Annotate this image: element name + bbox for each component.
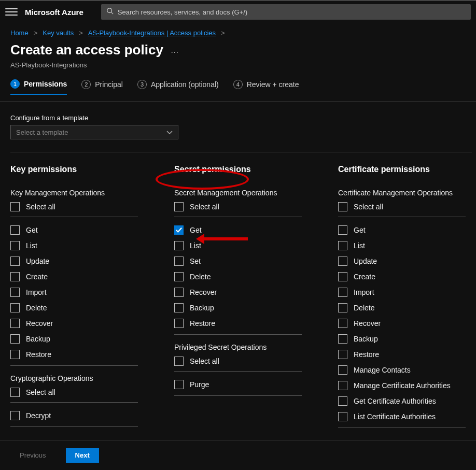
checkbox-icon (174, 241, 184, 250)
checkbox-label: Backup (26, 335, 50, 343)
checkbox-label: Decrypt (26, 411, 51, 420)
perm-checkbox[interactable]: Import (338, 284, 466, 300)
next-button[interactable]: Next (66, 448, 99, 463)
checkbox-label: Purge (190, 380, 209, 389)
perm-checkbox[interactable]: Manage Certificate Authorities (338, 378, 466, 393)
perm-column-2: Certificate permissionsCertificate Manag… (338, 165, 466, 436)
perm-checkbox[interactable]: List (338, 238, 466, 253)
checkbox-icon (338, 241, 347, 250)
perm-checkbox[interactable]: Update (10, 253, 138, 269)
wizard-step-1[interactable]: 1Permissions (10, 79, 67, 95)
perm-checkbox[interactable]: Decrypt (10, 408, 138, 423)
select-all-checkbox[interactable]: Select all (174, 353, 302, 369)
select-all-checkbox[interactable]: Select all (338, 199, 466, 215)
perm-checkbox[interactable]: Restore (338, 347, 466, 362)
perm-checkbox[interactable]: Recover (10, 316, 138, 331)
search-input[interactable] (118, 8, 466, 16)
checkbox-icon (338, 257, 347, 266)
crumb-current[interactable]: AS-Playbook-Integrations | Access polici… (88, 29, 216, 37)
perm-checkbox[interactable]: Update (338, 253, 466, 269)
perm-checkbox[interactable]: Recover (174, 284, 302, 300)
perm-checkbox[interactable]: Manage Contacts (338, 362, 466, 378)
checkbox-icon (10, 241, 20, 250)
checkbox-label: Recover (26, 319, 53, 327)
perm-checkbox[interactable]: Set (174, 253, 302, 269)
brand-label: Microsoft Azure (25, 8, 83, 17)
perm-checkbox[interactable]: Create (10, 269, 138, 284)
perm-checkbox[interactable]: Get (174, 222, 302, 238)
perm-group-items: GetListSetDeleteRecoverBackupRestore (174, 222, 302, 335)
checkbox-label: List Certificate Authorities (354, 412, 436, 421)
perm-group-title: Cryptographic Operations (10, 374, 138, 382)
crumb-sep: > (221, 29, 225, 37)
perm-checkbox[interactable]: Restore (174, 316, 302, 331)
select-all-checkbox[interactable]: Select all (10, 384, 138, 400)
perm-checkbox[interactable]: List (174, 238, 302, 253)
checkbox-label: Recover (190, 288, 217, 296)
global-search[interactable] (101, 4, 471, 20)
checkbox-icon (10, 257, 20, 266)
perm-checkbox[interactable]: List (10, 238, 138, 253)
crumb-home[interactable]: Home (10, 29, 29, 37)
checkbox-label: Restore (354, 350, 379, 359)
checkbox-icon (338, 334, 347, 344)
perm-checkbox[interactable]: List Certificate Authorities (338, 409, 466, 424)
checkbox-icon (338, 381, 347, 390)
perm-checkbox[interactable]: Recover (338, 316, 466, 331)
checkbox-icon (338, 303, 347, 312)
perm-checkbox[interactable]: Create (338, 269, 466, 284)
checkbox-icon (338, 288, 347, 297)
checkbox-icon (174, 319, 184, 328)
checkbox-label: Get (354, 226, 366, 234)
template-select[interactable]: Select a template (10, 125, 178, 139)
wizard-step-2[interactable]: 2Principal (81, 80, 123, 94)
perm-column-title: Certificate permissions (338, 165, 466, 174)
checkbox-icon (338, 365, 347, 375)
checkbox-icon (10, 272, 20, 281)
checkbox-icon (174, 257, 184, 266)
step-label: Application (optional) (151, 80, 219, 89)
perm-group-title: Key Management Operations (10, 189, 138, 197)
checkbox-label: Import (354, 288, 374, 296)
wizard-divider (0, 101, 476, 102)
perm-checkbox[interactable]: Import (10, 284, 138, 300)
checkbox-label: Backup (190, 304, 214, 312)
wizard-step-4[interactable]: 4Review + create (233, 80, 299, 94)
perm-group-items: Purge (174, 377, 302, 396)
perm-checkbox[interactable]: Restore (10, 347, 138, 362)
perm-checkbox[interactable]: Delete (174, 269, 302, 284)
step-label: Review + create (247, 80, 299, 89)
perm-column-title: Key permissions (10, 165, 138, 174)
breadcrumb: Home > Key vaults > AS-Playbook-Integrat… (0, 23, 476, 42)
checkbox-label: Recover (354, 319, 381, 327)
previous-button[interactable]: Previous (10, 448, 55, 463)
perm-checkbox[interactable]: Backup (174, 300, 302, 316)
perm-checkbox[interactable]: Purge (174, 377, 302, 392)
perm-group-title: Privileged Secret Operations (174, 343, 302, 351)
perm-checkbox[interactable]: Delete (10, 300, 138, 316)
checkbox-label: Manage Certificate Authorities (354, 381, 451, 390)
checkbox-label: Create (354, 273, 375, 281)
checkbox-label: Select all (26, 388, 55, 396)
perm-checkbox[interactable]: Get (338, 222, 466, 238)
checkbox-label: List (354, 241, 365, 250)
menu-icon[interactable] (5, 6, 18, 18)
more-icon[interactable]: … (171, 46, 180, 55)
perm-checkbox[interactable]: Get (10, 222, 138, 238)
checkbox-label: Select all (354, 203, 383, 211)
perm-checkbox[interactable]: Backup (338, 331, 466, 347)
wizard-step-3[interactable]: 3Application (optional) (137, 80, 219, 94)
perm-checkbox[interactable]: Get Certificate Authorities (338, 393, 466, 409)
select-all-checkbox[interactable]: Select all (10, 199, 138, 215)
checkbox-label: Get (190, 226, 202, 234)
checkbox-icon (174, 357, 184, 366)
checkbox-icon (174, 272, 184, 281)
step-badge: 3 (137, 80, 147, 89)
select-all-checkbox[interactable]: Select all (174, 199, 302, 215)
crumb-keyvaults[interactable]: Key vaults (43, 29, 74, 37)
checkbox-label: Delete (190, 273, 211, 281)
perm-checkbox[interactable]: Backup (10, 331, 138, 347)
perm-checkbox[interactable]: Delete (338, 300, 466, 316)
template-placeholder: Select a template (16, 129, 68, 136)
topbar: Microsoft Azure (0, 0, 476, 23)
